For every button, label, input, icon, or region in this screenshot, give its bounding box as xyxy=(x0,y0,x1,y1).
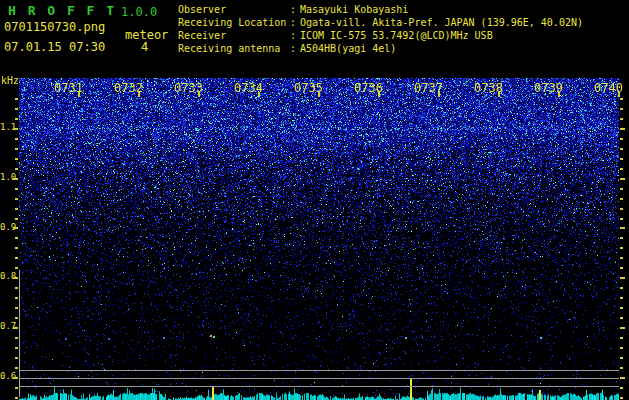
freq-minor-tick xyxy=(15,237,18,239)
freq-minor-tick xyxy=(15,168,18,170)
meteor-count: 4 xyxy=(141,40,148,54)
freq-minor-tick xyxy=(15,337,18,339)
freq-major-tick xyxy=(13,227,18,229)
info-row: Observer:Masayuki Kobayashi xyxy=(178,3,583,16)
time-tick-mark xyxy=(498,92,500,97)
info-label: Observer xyxy=(178,3,290,16)
freq-minor-tick xyxy=(15,208,18,210)
freq-minor-tick xyxy=(15,218,18,220)
info-value: ICOM IC-575 53.7492(@LCD)MHz USB xyxy=(300,29,493,42)
info-separator: : xyxy=(290,29,300,42)
freq-tick-label: 0.8 xyxy=(0,271,16,281)
freq-minor-tick xyxy=(15,158,18,160)
freq-minor-tick-right xyxy=(620,357,623,359)
info-value: Ogata-vill. Akita-Pref. JAPAN (139.96E, … xyxy=(300,16,583,29)
freq-minor-tick-right xyxy=(620,158,623,160)
freq-minor-tick xyxy=(15,347,18,349)
freq-minor-tick xyxy=(15,148,18,150)
freq-minor-tick-right xyxy=(620,307,623,309)
info-value: Masayuki Kobayashi xyxy=(300,3,408,16)
freq-minor-tick-right xyxy=(620,337,623,339)
freq-major-tick xyxy=(13,277,18,279)
info-label: Receiving antenna xyxy=(178,42,290,55)
freq-tick-label: 0.6 xyxy=(0,371,16,381)
freq-minor-tick-right xyxy=(620,188,623,190)
freq-major-tick-right xyxy=(620,327,625,329)
freq-minor-tick xyxy=(15,198,18,200)
freq-major-tick-right xyxy=(620,178,625,180)
observer-info-block: Observer:Masayuki KobayashiReceiving Loc… xyxy=(178,3,583,55)
freq-minor-tick-right xyxy=(620,208,623,210)
freq-minor-tick xyxy=(15,307,18,309)
freq-minor-tick-right xyxy=(620,148,623,150)
freq-minor-tick-right xyxy=(620,347,623,349)
spectrogram-canvas xyxy=(19,78,619,400)
freq-tick-label: 1.0 xyxy=(0,172,16,182)
freq-major-tick-right xyxy=(620,377,625,379)
freq-minor-tick-right xyxy=(620,287,623,289)
freq-major-tick-right xyxy=(620,227,625,229)
freq-minor-tick-right xyxy=(620,198,623,200)
freq-minor-tick xyxy=(15,267,18,269)
info-separator: : xyxy=(290,16,300,29)
app-version: 1.0.0 xyxy=(121,5,157,19)
freq-minor-tick xyxy=(15,387,18,389)
output-filename: 0701150730.png xyxy=(4,20,105,34)
level-axis-line xyxy=(19,270,20,397)
freq-minor-tick xyxy=(15,118,18,120)
info-value: A504HB(yagi 4el) xyxy=(300,42,396,55)
freq-minor-tick xyxy=(15,287,18,289)
freq-minor-tick-right xyxy=(620,108,623,110)
freq-minor-tick xyxy=(15,247,18,249)
freq-minor-tick-right xyxy=(620,367,623,369)
freq-minor-tick-right xyxy=(620,397,623,399)
freq-minor-tick xyxy=(15,257,18,259)
freq-minor-tick xyxy=(15,357,18,359)
freq-minor-tick xyxy=(15,188,18,190)
info-row: Receiving antenna:A504HB(yagi 4el) xyxy=(178,42,583,55)
freq-minor-tick-right xyxy=(620,118,623,120)
info-separator: : xyxy=(290,3,300,16)
freq-minor-tick-right xyxy=(620,138,623,140)
freq-minor-tick xyxy=(15,397,18,399)
info-row: Receiver:ICOM IC-575 53.7492(@LCD)MHz US… xyxy=(178,29,583,42)
freq-major-tick-right xyxy=(620,277,625,279)
time-tick-mark xyxy=(378,92,380,97)
freq-minor-tick-right xyxy=(620,267,623,269)
time-tick-mark xyxy=(138,92,140,97)
freq-major-tick xyxy=(13,178,18,180)
datetime-label: 07.01.15 07:30 xyxy=(4,40,105,54)
level-reference-line xyxy=(19,386,619,387)
time-tick-mark xyxy=(618,92,620,97)
level-reference-line xyxy=(19,370,619,371)
freq-minor-tick-right xyxy=(620,317,623,319)
freq-minor-tick-right xyxy=(620,237,623,239)
freq-minor-tick-right xyxy=(620,387,623,389)
time-tick-mark xyxy=(318,92,320,97)
time-tick-mark xyxy=(558,92,560,97)
freq-major-tick-right xyxy=(620,128,625,130)
time-tick-mark xyxy=(198,92,200,97)
info-label: Receiving Location xyxy=(178,16,290,29)
freq-tick-label: 1.1 xyxy=(0,122,16,132)
time-tick-mark xyxy=(438,92,440,97)
freq-minor-tick-right xyxy=(620,168,623,170)
level-reference-line xyxy=(19,378,619,379)
freq-minor-tick-right xyxy=(620,257,623,259)
info-label: Receiver xyxy=(178,29,290,42)
frequency-unit-label: kHz xyxy=(1,75,19,86)
freq-minor-tick-right xyxy=(620,297,623,299)
time-tick-mark xyxy=(78,92,80,97)
freq-minor-tick xyxy=(15,297,18,299)
info-row: Receiving Location:Ogata-vill. Akita-Pre… xyxy=(178,16,583,29)
app-title: H R O F F T xyxy=(8,3,116,18)
freq-minor-tick xyxy=(15,138,18,140)
freq-tick-label: 0.7 xyxy=(0,321,16,331)
freq-major-tick xyxy=(13,327,18,329)
freq-major-tick xyxy=(13,377,18,379)
freq-minor-tick-right xyxy=(620,218,623,220)
freq-minor-tick xyxy=(15,367,18,369)
info-separator: : xyxy=(290,42,300,55)
hrofft-output-image: H R O F F T 1.0.0 0701150730.png meteor … xyxy=(0,0,629,400)
freq-minor-tick xyxy=(15,317,18,319)
